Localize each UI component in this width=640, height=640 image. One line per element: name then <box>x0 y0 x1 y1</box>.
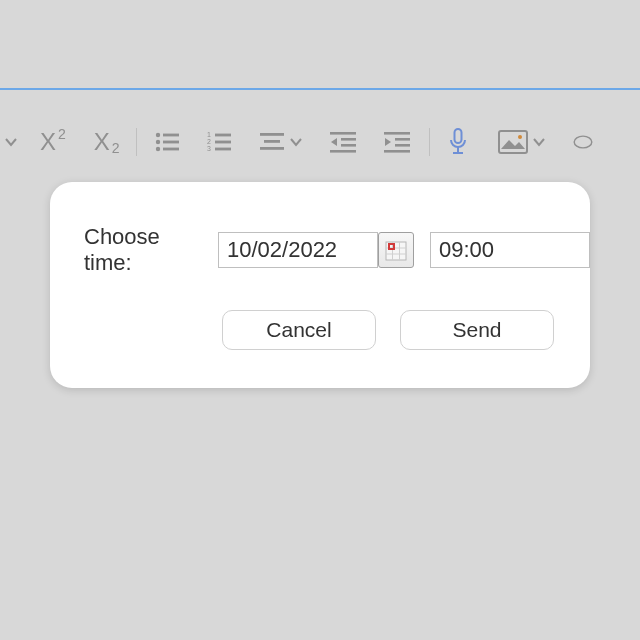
superscript-exponent: 2 <box>58 126 66 142</box>
svg-rect-23 <box>454 129 461 143</box>
align-icon <box>259 131 285 153</box>
subscript-button[interactable]: X 2 <box>88 124 124 160</box>
link-button[interactable] <box>566 124 600 160</box>
indent-icon <box>383 131 411 153</box>
choose-time-label: Choose time: <box>84 224 205 276</box>
calendar-picker-button[interactable] <box>378 232 414 268</box>
composer-divider <box>0 88 640 90</box>
image-icon <box>498 130 528 154</box>
svg-rect-1 <box>163 134 179 137</box>
send-button[interactable]: Send <box>400 310 554 350</box>
dictate-button[interactable] <box>442 124 474 160</box>
svg-text:1: 1 <box>207 131 211 138</box>
microphone-icon <box>448 128 468 156</box>
svg-rect-15 <box>330 132 356 135</box>
svg-rect-18 <box>330 150 356 153</box>
svg-rect-19 <box>384 132 410 135</box>
schedule-send-dialog: Choose time: Cancel Send <box>50 182 590 388</box>
svg-rect-7 <box>215 134 231 137</box>
svg-text:3: 3 <box>207 145 211 152</box>
bullet-list-icon <box>155 131 181 153</box>
cancel-button[interactable]: Cancel <box>222 310 376 350</box>
formatting-toolbar: X 2 X 2 1 2 3 <box>0 118 640 166</box>
svg-point-28 <box>574 136 592 148</box>
insert-image-button[interactable] <box>492 124 552 160</box>
svg-rect-17 <box>341 144 356 147</box>
toolbar-separator <box>136 128 137 156</box>
svg-rect-9 <box>215 141 231 144</box>
svg-text:2: 2 <box>207 138 211 145</box>
svg-point-2 <box>155 140 159 144</box>
superscript-base: X <box>40 128 56 156</box>
svg-rect-5 <box>163 148 179 151</box>
svg-point-0 <box>155 133 159 137</box>
svg-rect-3 <box>163 141 179 144</box>
toolbar-separator <box>429 128 430 156</box>
svg-rect-26 <box>499 131 527 153</box>
svg-rect-16 <box>341 138 356 141</box>
svg-rect-22 <box>384 150 410 153</box>
hidden-left-dropdown[interactable] <box>0 124 24 160</box>
bullet-list-button[interactable] <box>149 124 187 160</box>
svg-rect-12 <box>260 133 284 136</box>
superscript-button[interactable]: X 2 <box>34 124 70 160</box>
svg-rect-20 <box>395 138 410 141</box>
svg-point-4 <box>155 147 159 151</box>
chevron-down-icon <box>289 135 303 149</box>
subscript-exponent: 2 <box>112 140 120 156</box>
outdent-icon <box>329 131 357 153</box>
svg-point-27 <box>518 135 522 139</box>
chevron-down-icon <box>532 135 546 149</box>
svg-rect-21 <box>395 144 410 147</box>
numbered-list-icon: 1 2 3 <box>207 131 233 153</box>
date-input[interactable] <box>218 232 378 268</box>
align-button[interactable] <box>253 124 309 160</box>
svg-rect-11 <box>215 148 231 151</box>
subscript-base: X <box>94 128 110 156</box>
svg-rect-14 <box>260 147 284 150</box>
time-input[interactable] <box>430 232 590 268</box>
calendar-icon <box>385 239 407 261</box>
link-icon <box>572 130 594 154</box>
svg-rect-13 <box>264 140 280 143</box>
indent-button[interactable] <box>377 124 417 160</box>
numbered-list-button[interactable]: 1 2 3 <box>201 124 239 160</box>
outdent-button[interactable] <box>323 124 363 160</box>
